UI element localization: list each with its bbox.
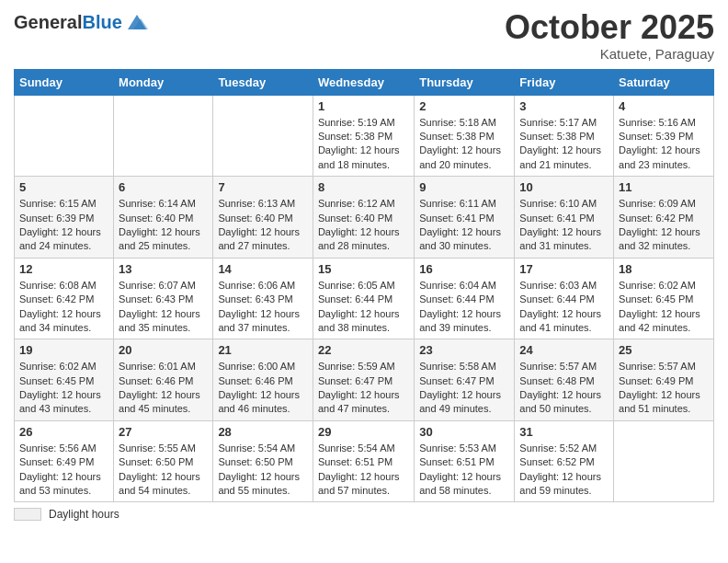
daylight-label: Daylight hours (49, 508, 119, 521)
day-number: 9 (419, 180, 509, 194)
day-cell: 20Sunrise: 6:01 AM Sunset: 6:46 PM Dayli… (114, 339, 213, 421)
day-cell: 26Sunrise: 5:56 AM Sunset: 6:49 PM Dayli… (15, 420, 114, 502)
day-info: Sunrise: 6:01 AM Sunset: 6:46 PM Dayligh… (119, 360, 208, 417)
day-number: 16 (419, 262, 509, 276)
day-number: 22 (318, 343, 409, 357)
day-number: 14 (218, 262, 308, 276)
day-cell: 27Sunrise: 5:55 AM Sunset: 6:50 PM Dayli… (114, 420, 213, 502)
week-row-4: 26Sunrise: 5:56 AM Sunset: 6:49 PM Dayli… (15, 420, 714, 502)
col-header-thursday: Thursday (415, 69, 515, 95)
day-number: 4 (619, 99, 709, 113)
title-block: October 2025 Katuete, Paraguay (505, 9, 714, 62)
day-info: Sunrise: 6:03 AM Sunset: 6:44 PM Dayligh… (519, 279, 609, 336)
col-header-monday: Monday (114, 69, 213, 95)
day-info: Sunrise: 6:02 AM Sunset: 6:45 PM Dayligh… (19, 360, 108, 417)
day-number: 11 (619, 180, 709, 194)
day-cell: 18Sunrise: 6:02 AM Sunset: 6:45 PM Dayli… (614, 258, 714, 339)
day-cell (15, 95, 114, 177)
day-info: Sunrise: 6:13 AM Sunset: 6:40 PM Dayligh… (218, 197, 308, 254)
day-cell: 8Sunrise: 6:12 AM Sunset: 6:40 PM Daylig… (313, 177, 414, 259)
day-number: 5 (19, 180, 108, 194)
day-info: Sunrise: 6:05 AM Sunset: 6:44 PM Dayligh… (318, 279, 409, 336)
day-cell: 4Sunrise: 5:16 AM Sunset: 5:39 PM Daylig… (614, 95, 714, 177)
day-info: Sunrise: 6:08 AM Sunset: 6:42 PM Dayligh… (19, 279, 108, 336)
day-number: 3 (519, 99, 609, 113)
day-cell (614, 420, 714, 502)
day-info: Sunrise: 5:55 AM Sunset: 6:50 PM Dayligh… (119, 442, 208, 499)
day-cell: 21Sunrise: 6:00 AM Sunset: 6:46 PM Dayli… (213, 339, 313, 421)
day-cell (114, 95, 213, 177)
day-number: 23 (419, 343, 509, 357)
day-number: 12 (19, 262, 108, 276)
day-cell: 11Sunrise: 6:09 AM Sunset: 6:42 PM Dayli… (614, 177, 714, 259)
day-number: 6 (119, 180, 208, 194)
day-cell: 14Sunrise: 6:06 AM Sunset: 6:43 PM Dayli… (213, 258, 313, 339)
day-number: 8 (318, 180, 409, 194)
day-number: 21 (218, 343, 308, 357)
logo-general-text: General (14, 12, 82, 32)
col-header-wednesday: Wednesday (313, 69, 414, 95)
day-number: 7 (218, 180, 308, 194)
day-info: Sunrise: 5:54 AM Sunset: 6:51 PM Dayligh… (318, 442, 409, 499)
day-info: Sunrise: 5:59 AM Sunset: 6:47 PM Dayligh… (318, 360, 409, 417)
col-header-tuesday: Tuesday (213, 69, 313, 95)
day-info: Sunrise: 6:02 AM Sunset: 6:45 PM Dayligh… (619, 279, 709, 336)
calendar-table: SundayMondayTuesdayWednesdayThursdayFrid… (14, 69, 714, 503)
day-number: 2 (419, 99, 509, 113)
day-number: 28 (218, 425, 308, 439)
day-info: Sunrise: 6:09 AM Sunset: 6:42 PM Dayligh… (619, 197, 709, 254)
day-cell: 29Sunrise: 5:54 AM Sunset: 6:51 PM Dayli… (313, 420, 414, 502)
day-cell: 3Sunrise: 5:17 AM Sunset: 5:38 PM Daylig… (515, 95, 614, 177)
day-cell: 23Sunrise: 5:58 AM Sunset: 6:47 PM Dayli… (415, 339, 515, 421)
day-info: Sunrise: 6:06 AM Sunset: 6:43 PM Dayligh… (218, 279, 308, 336)
day-number: 18 (619, 262, 709, 276)
day-info: Sunrise: 6:00 AM Sunset: 6:46 PM Dayligh… (218, 360, 308, 417)
page-header: GeneralBlue October 2025 Katuete, Paragu… (14, 9, 714, 62)
day-number: 19 (19, 343, 108, 357)
day-number: 27 (119, 425, 208, 439)
col-header-sunday: Sunday (15, 69, 114, 95)
day-cell: 6Sunrise: 6:14 AM Sunset: 6:40 PM Daylig… (114, 177, 213, 259)
day-number: 15 (318, 262, 409, 276)
day-cell: 5Sunrise: 6:15 AM Sunset: 6:39 PM Daylig… (15, 177, 114, 259)
day-cell: 13Sunrise: 6:07 AM Sunset: 6:43 PM Dayli… (114, 258, 213, 339)
day-cell: 24Sunrise: 5:57 AM Sunset: 6:48 PM Dayli… (515, 339, 614, 421)
week-row-3: 19Sunrise: 6:02 AM Sunset: 6:45 PM Dayli… (15, 339, 714, 421)
day-info: Sunrise: 5:56 AM Sunset: 6:49 PM Dayligh… (19, 442, 108, 499)
logo-blue-text: Blue (82, 12, 121, 32)
location: Katuete, Paraguay (505, 46, 714, 62)
week-row-0: 1Sunrise: 5:19 AM Sunset: 5:38 PM Daylig… (15, 95, 714, 177)
day-cell: 30Sunrise: 5:53 AM Sunset: 6:51 PM Dayli… (415, 420, 515, 502)
day-info: Sunrise: 5:18 AM Sunset: 5:38 PM Dayligh… (419, 116, 509, 173)
day-number: 29 (318, 425, 409, 439)
month-title: October 2025 (505, 9, 714, 46)
header-row: SundayMondayTuesdayWednesdayThursdayFrid… (15, 69, 714, 95)
daylight-box (14, 508, 41, 521)
day-number: 17 (519, 262, 609, 276)
day-cell: 15Sunrise: 6:05 AM Sunset: 6:44 PM Dayli… (313, 258, 414, 339)
day-info: Sunrise: 6:07 AM Sunset: 6:43 PM Dayligh… (119, 279, 208, 336)
logo: GeneralBlue (14, 9, 150, 35)
day-number: 1 (318, 99, 409, 113)
day-cell: 16Sunrise: 6:04 AM Sunset: 6:44 PM Dayli… (415, 258, 515, 339)
day-info: Sunrise: 5:52 AM Sunset: 6:52 PM Dayligh… (519, 442, 609, 499)
day-number: 13 (119, 262, 208, 276)
day-info: Sunrise: 5:17 AM Sunset: 5:38 PM Dayligh… (519, 116, 609, 173)
day-info: Sunrise: 6:12 AM Sunset: 6:40 PM Dayligh… (318, 197, 409, 254)
day-cell (213, 95, 313, 177)
col-header-saturday: Saturday (614, 69, 714, 95)
day-number: 30 (419, 425, 509, 439)
day-number: 24 (519, 343, 609, 357)
day-info: Sunrise: 5:57 AM Sunset: 6:49 PM Dayligh… (619, 360, 709, 417)
day-number: 26 (19, 425, 108, 439)
day-info: Sunrise: 5:58 AM Sunset: 6:47 PM Dayligh… (419, 360, 509, 417)
day-number: 25 (619, 343, 709, 357)
day-cell: 25Sunrise: 5:57 AM Sunset: 6:49 PM Dayli… (614, 339, 714, 421)
day-number: 10 (519, 180, 609, 194)
day-info: Sunrise: 5:53 AM Sunset: 6:51 PM Dayligh… (419, 442, 509, 499)
day-info: Sunrise: 5:19 AM Sunset: 5:38 PM Dayligh… (318, 116, 409, 173)
day-cell: 31Sunrise: 5:52 AM Sunset: 6:52 PM Dayli… (515, 420, 614, 502)
day-cell: 17Sunrise: 6:03 AM Sunset: 6:44 PM Dayli… (515, 258, 614, 339)
day-number: 20 (119, 343, 208, 357)
day-cell: 7Sunrise: 6:13 AM Sunset: 6:40 PM Daylig… (213, 177, 313, 259)
